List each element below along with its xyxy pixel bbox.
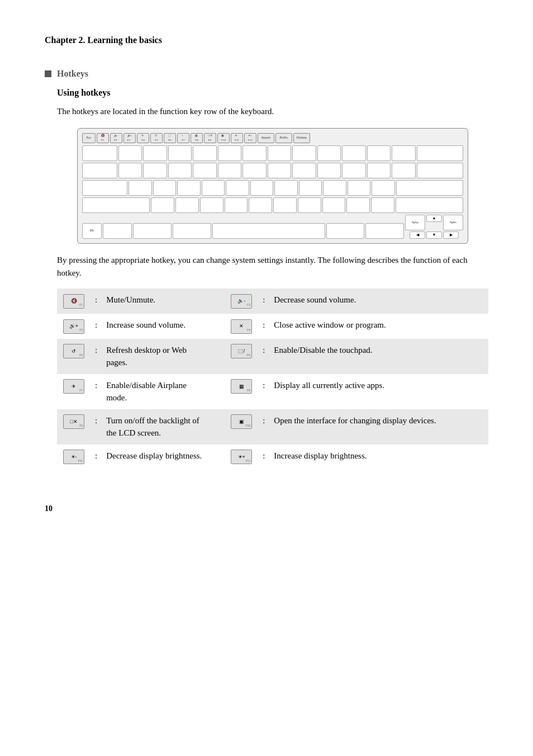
hotkey-right-desc-5: Increase display brightness. xyxy=(269,445,488,470)
key-z xyxy=(151,197,174,213)
key-lctrl xyxy=(103,223,132,239)
intro-text: The hotkeys are located in the function … xyxy=(57,105,488,118)
hotkey-sep-0 xyxy=(213,289,225,314)
hotkey-right-colon-1: : xyxy=(258,314,269,339)
key-enter xyxy=(396,180,464,196)
hotkey-right-icon-cell-5: ☀+F12 xyxy=(225,445,258,470)
key-w xyxy=(143,163,167,178)
hotkey-sep-1 xyxy=(213,314,225,339)
hotkey-left-icon-cell-0: 🔇F1 xyxy=(57,289,91,314)
key-f7: +F7 xyxy=(177,133,189,143)
hotkey-icon-F1: 🔇F1 xyxy=(63,294,84,309)
key-8 xyxy=(292,145,316,161)
chapter-title: Chapter 2. Learning the basics xyxy=(45,34,488,47)
hotkey-left-icon-cell-5: ☀-F11 xyxy=(57,445,91,470)
key-space xyxy=(212,223,325,239)
key-f5: ↺F5 xyxy=(150,133,163,143)
key-backspace xyxy=(417,145,463,161)
hotkey-right-colon-0: : xyxy=(258,289,269,314)
key-f1: 🔇F1 xyxy=(97,133,109,143)
hotkey-left-colon-3: : xyxy=(91,374,102,409)
key-f10: ▣F10 xyxy=(217,133,230,143)
key-e xyxy=(168,163,192,178)
key-semicolon xyxy=(348,180,371,196)
hotkey-icon-F3: 🔊+F3 xyxy=(63,319,84,334)
key-f8: ▦F8 xyxy=(191,133,203,143)
hotkey-right-desc-3: Display all currently active apps. xyxy=(269,374,488,409)
hotkey-sep-3 xyxy=(213,374,225,409)
hotkey-left-desc-3: Enable/disable Airplane mode. xyxy=(102,374,213,409)
hotkey-left-colon-0: : xyxy=(91,289,102,314)
hotkey-left-colon-1: : xyxy=(91,314,102,339)
key-capslock xyxy=(82,180,127,196)
key-j xyxy=(274,180,298,196)
key-rshift xyxy=(396,197,463,213)
hotkey-row: ☀-F11 : Decrease display brightness. ☀+F… xyxy=(57,445,488,470)
key-lalt xyxy=(173,223,211,239)
key-up: ▲ xyxy=(426,215,442,222)
key-5 xyxy=(218,145,242,161)
key-d xyxy=(177,180,201,196)
hotkey-icon-F12: ☀+F12 xyxy=(231,450,252,464)
key-insert: Insert xyxy=(258,133,274,143)
key-k xyxy=(299,180,322,196)
key-rbracket xyxy=(392,163,416,178)
hotkey-right-desc-4: Open the interface for changing display … xyxy=(269,409,488,445)
key-f9: □✕F9 xyxy=(204,133,216,143)
hotkey-icon-F4: ✕F4 xyxy=(231,319,252,334)
subsection-title: Using hotkeys xyxy=(57,86,488,100)
hotkey-icon-F8: ▦F8 xyxy=(231,379,252,394)
key-period xyxy=(346,197,370,213)
hotkey-right-desc-2: Enable/Disable the touchpad. xyxy=(269,339,488,374)
hotkey-right-icon-cell-3: ▦F8 xyxy=(225,374,258,409)
key-fn: Fn xyxy=(82,223,102,239)
hotkey-sep-2 xyxy=(213,339,225,374)
hotkey-left-colon-2: : xyxy=(91,339,102,374)
hotkey-icon-F5: ↺F5 xyxy=(63,344,84,358)
hotkey-right-desc-1: Close active window or program. xyxy=(269,314,488,339)
key-l xyxy=(323,180,346,196)
keyboard-row-2 xyxy=(82,163,463,178)
hotkey-icon-F10: ▣F10 xyxy=(231,414,252,429)
key-i xyxy=(292,163,316,178)
key-4 xyxy=(193,145,217,161)
hotkey-right-icon-cell-4: ▣F10 xyxy=(225,409,258,445)
hotkey-row: ↺F5 : Refresh desktop or Web pages. ⬚/F6… xyxy=(57,339,488,374)
hotkey-row: □✕F9 : Turn on/off the backlight of the … xyxy=(57,409,488,445)
key-equals xyxy=(392,145,416,161)
key-slash xyxy=(371,197,394,213)
hotkey-left-desc-2: Refresh desktop or Web pages. xyxy=(102,339,213,374)
hotkey-right-colon-4: : xyxy=(258,409,269,445)
hotkey-right-colon-2: : xyxy=(258,339,269,374)
hotkey-left-colon-5: : xyxy=(91,445,102,470)
key-y xyxy=(242,163,266,178)
key-3 xyxy=(168,145,192,161)
desc-text: By pressing the appropriate hotkey, you … xyxy=(57,254,488,280)
key-prtsc: PrtSc xyxy=(275,133,292,143)
key-down: ▼ xyxy=(426,231,442,239)
keyboard-row-1 xyxy=(82,145,463,161)
key-2 xyxy=(143,145,167,161)
key-a xyxy=(129,180,152,196)
key-m xyxy=(298,197,321,213)
key-g xyxy=(226,180,249,196)
keyboard-diagram: Esc 🔇F1 🔉-F2 🔊+F3 ✕F4 ↺F5 ⬚F6 +F7 ▦F8 □✕… xyxy=(57,128,488,244)
key-9 xyxy=(317,145,341,161)
key-f2: 🔉-F2 xyxy=(110,133,122,143)
key-o xyxy=(317,163,341,178)
key-delete: Delete xyxy=(293,133,310,143)
key-lwin xyxy=(133,223,172,239)
key-n xyxy=(273,197,297,213)
hotkey-sep-4 xyxy=(213,409,225,445)
keyboard-row-3 xyxy=(82,180,463,196)
key-tab xyxy=(82,163,117,178)
hotkey-row: 🔇F1 : Mute/Unmute. 🔉-F2 : Decrease sound… xyxy=(57,289,488,314)
key-f3: 🔊+F3 xyxy=(123,133,136,143)
key-f4: ✕F4 xyxy=(137,133,149,143)
key-7 xyxy=(268,145,292,161)
key-esc: Esc xyxy=(82,133,96,143)
key-rctrl xyxy=(365,223,404,239)
hotkey-right-colon-5: : xyxy=(258,445,269,470)
key-f6: ⬚F6 xyxy=(164,133,176,143)
key-pgdn: PgDn xyxy=(443,215,463,230)
